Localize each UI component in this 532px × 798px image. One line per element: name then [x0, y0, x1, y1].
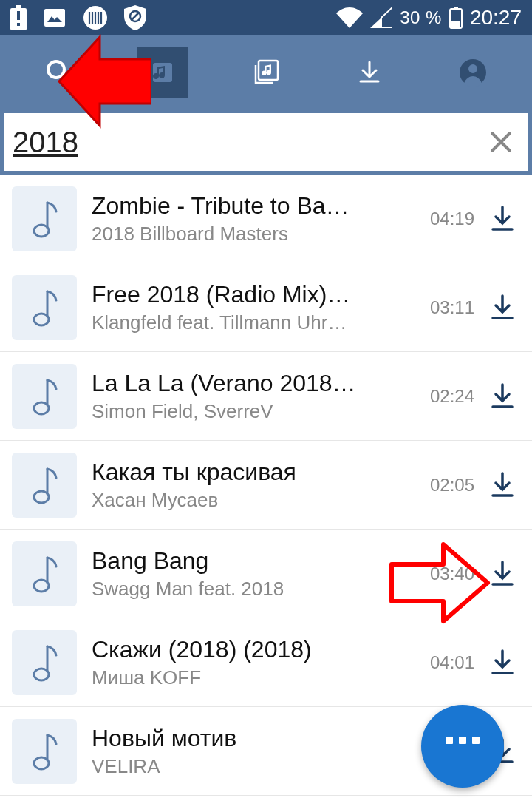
more-dots-icon: [446, 737, 480, 756]
svg-point-21: [34, 491, 49, 503]
battery-alert-icon: [10, 5, 27, 30]
track-title: Bang Bang: [92, 547, 418, 575]
track-duration: 02:24: [430, 386, 474, 407]
status-bar: 30 % 20:27: [0, 0, 532, 35]
track-info: Free 2018 (Radio Mix)…Klangfeld feat. Ti…: [92, 280, 418, 334]
app-toolbar: [0, 35, 532, 109]
track-info: Bang BangSwagg Man feat. 2018: [92, 547, 418, 601]
download-button[interactable]: [486, 469, 519, 501]
track-info: Новый мотивVELIRA: [92, 724, 438, 778]
track-artist: Миша KOFF: [92, 666, 418, 689]
downloads-tab[interactable]: [344, 47, 395, 98]
track-row[interactable]: Скажи (2018) (2018)Миша KOFF04:01: [0, 618, 532, 707]
track-artist: Klangfeld feat. Tillmann Uhr…: [92, 311, 418, 334]
music-tab[interactable]: [137, 47, 188, 98]
svg-point-18: [34, 225, 49, 237]
search-tab[interactable]: [33, 47, 85, 98]
download-button[interactable]: [486, 380, 519, 413]
track-artist: VELIRA: [92, 755, 438, 778]
track-info: La La La (Verano 2018…Simon Field, Sverr…: [92, 369, 418, 423]
battery-percent: 30 %: [400, 7, 442, 28]
track-row[interactable]: Free 2018 (Radio Mix)…Klangfeld feat. Ti…: [0, 263, 532, 352]
wifi-icon: [336, 7, 363, 28]
track-info: Скажи (2018) (2018)Миша KOFF: [92, 635, 418, 689]
image-icon: [43, 6, 66, 30]
svg-rect-11: [451, 21, 460, 27]
track-row[interactable]: Bang BangSwagg Man feat. 201803:40: [0, 530, 532, 618]
music-note-icon: [12, 186, 77, 251]
profile-tab[interactable]: [447, 47, 499, 98]
track-row[interactable]: La La La (Verano 2018…Simon Field, Sverr…: [0, 352, 532, 441]
track-info: Zombie - Tribute to Ba…2018 Billboard Ma…: [92, 192, 418, 246]
track-info: Какая ты красиваяХасан Мусаев: [92, 458, 418, 512]
track-duration: 03:40: [430, 564, 474, 584]
barcode-circle-icon: [83, 5, 108, 30]
clear-search-button[interactable]: [482, 124, 519, 160]
library-tab[interactable]: [240, 47, 292, 98]
track-artist: 2018 Billboard Masters: [92, 223, 418, 246]
track-artist: Swagg Man feat. 2018: [92, 578, 418, 601]
signal-icon: [370, 7, 392, 28]
track-duration: 02:05: [430, 475, 474, 496]
svg-line-13: [63, 76, 72, 85]
battery-icon: [449, 7, 463, 29]
track-title: Zombie - Tribute to Ba…: [92, 192, 418, 220]
music-note-icon: [12, 275, 77, 340]
svg-point-24: [34, 757, 49, 769]
music-note-icon: [12, 630, 77, 695]
track-title: Скажи (2018) (2018): [92, 635, 418, 663]
search-bar: [0, 109, 532, 175]
svg-point-19: [34, 314, 49, 325]
svg-point-17: [468, 64, 477, 73]
music-note-icon: [12, 453, 77, 518]
search-input[interactable]: [13, 120, 482, 164]
download-button[interactable]: [486, 646, 519, 679]
track-duration: 03:11: [430, 297, 474, 318]
shield-block-icon: [124, 5, 146, 30]
track-title: La La La (Verano 2018…: [92, 369, 418, 397]
track-title: Новый мотив: [92, 724, 438, 752]
track-duration: 04:19: [430, 209, 474, 229]
track-artist: Хасан Мусаев: [92, 489, 418, 512]
track-artist: Simon Field, SverreV: [92, 400, 418, 423]
download-button[interactable]: [486, 291, 519, 324]
track-row[interactable]: Какая ты красиваяХасан Мусаев02:05: [0, 441, 532, 530]
music-note-icon: [12, 364, 77, 429]
music-note-icon: [12, 719, 77, 784]
svg-point-22: [34, 580, 49, 592]
download-button[interactable]: [486, 203, 519, 235]
svg-rect-0: [44, 9, 65, 27]
download-button[interactable]: [486, 558, 519, 590]
more-fab-button[interactable]: [421, 705, 504, 788]
track-duration: 04:01: [430, 652, 474, 673]
track-row[interactable]: Zombie - Tribute to Ba…2018 Billboard Ma…: [0, 175, 532, 263]
track-list: Zombie - Tribute to Ba…2018 Billboard Ma…: [0, 175, 532, 796]
track-title: Free 2018 (Radio Mix)…: [92, 280, 418, 308]
svg-point-23: [34, 669, 49, 680]
clock-time: 20:27: [470, 6, 522, 30]
track-title: Какая ты красивая: [92, 458, 418, 486]
svg-point-20: [34, 402, 49, 414]
music-note-icon: [12, 541, 77, 606]
